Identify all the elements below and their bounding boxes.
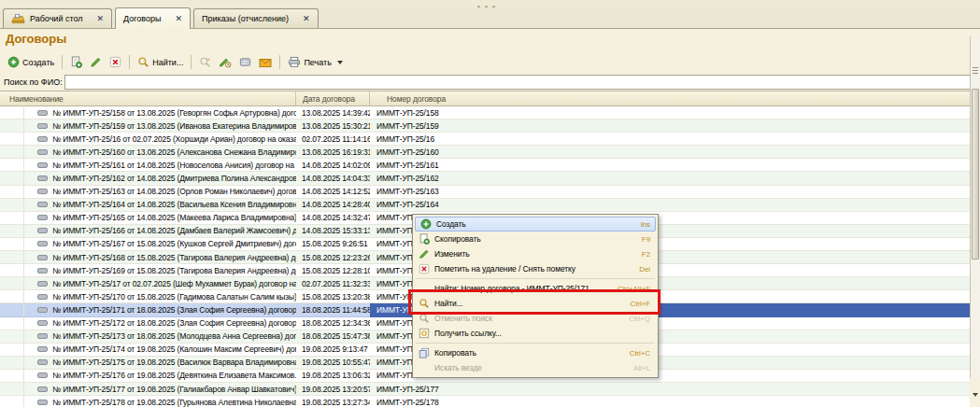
tree-guide-line <box>23 105 24 407</box>
output-list-button[interactable] <box>235 53 255 71</box>
document-icon <box>37 333 48 339</box>
contract-date-cell: 15.08.2025 12:23:26 <box>296 251 370 264</box>
contracts-panel: Договоры Создать Найти... <box>0 29 980 407</box>
document-icon <box>37 268 48 274</box>
column-header-name[interactable]: Наименование <box>0 91 296 105</box>
table-row[interactable]: № ИММТ-УП-25/160 от 13.08.2025 (Алексано… <box>0 146 970 159</box>
edit-button[interactable] <box>86 53 106 71</box>
contract-name-cell: № ИММТ-УП-25/171 от 18.08.2025 (Злая Соф… <box>0 303 296 316</box>
menu-item-label: Копировать <box>434 348 476 358</box>
search-input[interactable] <box>64 75 972 90</box>
contract-date-cell: 19.08.2025 13:27:34 <box>296 396 370 407</box>
close-icon[interactable]: ✕ <box>176 15 183 23</box>
delete-icon <box>416 263 432 274</box>
tab-label: Приказы (отчисление) <box>202 14 289 23</box>
scrollbar-thumb[interactable] <box>972 89 979 260</box>
splitter-grip-icon[interactable] <box>973 67 978 76</box>
search-row: Поиск по ФИО: <box>4 75 63 90</box>
table-row[interactable]: № ИММТ-УП-25/159 от 13.08.2025 (Иванова … <box>0 119 970 133</box>
column-header-date[interactable]: Дата договора <box>296 91 370 105</box>
menu-item-shortcut: F9 <box>634 235 650 244</box>
table-row[interactable]: № ИММТ-УП-25/163 от 14.08.2025 (Орлов Ро… <box>0 186 970 199</box>
table-row[interactable]: № ИММТ-УП-25/177 от 19.08.2025 (Галиакба… <box>0 383 970 396</box>
menu-item-copy[interactable]: КопироватьCtrl+C <box>413 345 658 360</box>
copy-item-button[interactable] <box>66 53 86 71</box>
page-title: Договоры <box>6 32 66 46</box>
document-icon <box>37 320 48 326</box>
table-row[interactable]: № ИММТ-УП-25/158 от 13.08.2025 (Геворгян… <box>0 106 970 119</box>
contract-name-cell: № ИММТ-УП-25/178 от 19.08.2025 (Гурьянов… <box>0 396 296 407</box>
contract-date-cell: 15.08.2025 12:28:10 <box>296 264 370 277</box>
menu-item-mark-delete[interactable]: Пометить на удаление / Снять пометкуDel <box>413 261 658 276</box>
close-icon[interactable]: ✕ <box>303 15 310 23</box>
contract-date-cell: 18.08.2025 12:34:36 <box>296 317 370 330</box>
contract-name-cell: № ИММТ-УП-25/158 от 13.08.2025 (Геворгян… <box>0 106 296 119</box>
menu-item-shortcut: F2 <box>634 250 650 259</box>
menu-item-create[interactable]: СоздатьIns <box>415 217 656 232</box>
create-icon <box>7 56 20 68</box>
scroll-down-arrow-icon[interactable] <box>973 393 978 397</box>
tab-contracts[interactable]: Договоры ✕ <box>115 7 191 29</box>
contract-date-cell: 19.08.2025 13:20:57 <box>296 383 370 396</box>
contract-number-cell: ИММТ-УП-25/178 <box>370 396 970 407</box>
contract-date-cell: 13.08.2025 15:30:21 <box>296 119 370 133</box>
contract-date-cell: 14.08.2025 15:33:13 <box>296 225 370 238</box>
contract-name-cell: № ИММТ-УП-25/162 от 14.08.2025 (Дмитриев… <box>0 172 296 185</box>
table-row[interactable]: № ИММТ-УП-25/178 от 19.08.2025 (Гурьянов… <box>0 396 970 407</box>
menu-item-shortcut: Del <box>632 265 650 274</box>
close-icon[interactable]: ✕ <box>97 15 105 23</box>
document-icon <box>37 241 48 246</box>
document-icon <box>37 255 48 260</box>
document-icon <box>37 307 48 313</box>
table-row[interactable]: № ИММТ-УП-25/161 от 14.08.2025 (Новосело… <box>0 159 970 172</box>
send-mail-button[interactable] <box>255 54 276 71</box>
menu-item-get-link[interactable]: Получить ссылку... <box>413 326 658 341</box>
contract-name-cell: № ИММТ-УП-25/170 от 15.08.2025 (Гадимова… <box>0 290 296 303</box>
contract-date-cell: 14.08.2025 14:02:09 <box>296 159 370 172</box>
contract-name-cell: № ИММТ-УП-25/167 от 15.08.2025 (Кушков С… <box>0 238 296 251</box>
tab-orders[interactable]: Приказы (отчисление) ✕ <box>193 8 319 28</box>
menu-item-search-everywhere: Искать вездеAlt+L <box>413 360 658 375</box>
cancel-search-button[interactable] <box>195 53 215 71</box>
menu-item-edit[interactable]: ИзменитьF2 <box>413 246 658 261</box>
mark-deletion-button[interactable] <box>106 53 125 71</box>
menu-item-shortcut: Ctrl+C <box>622 349 650 358</box>
chevron-down-icon <box>337 61 343 64</box>
date-interval-icon <box>219 56 232 68</box>
contract-number-cell: ИММТ-УП-25/158 <box>370 106 970 119</box>
print-button[interactable]: Печать <box>284 53 346 71</box>
create-button[interactable]: Создать <box>4 53 58 71</box>
contract-date-cell: 14.08.2025 14:12:52 <box>296 186 370 199</box>
menu-item-label: Создать <box>436 219 466 229</box>
contract-number-cell: ИММТ-УП-25/163 <box>370 186 970 199</box>
contract-date-cell: 13.08.2025 16:19:31 <box>296 146 370 159</box>
contract-date-cell: 19.08.2025 10:55:47 <box>296 357 370 370</box>
document-icon <box>37 149 48 155</box>
contract-name-cell: № ИММТ-УП-25/172 от 18.08.2025 (Злая Соф… <box>0 317 296 330</box>
vertical-scrollbar <box>970 36 980 378</box>
tab-bar: Рабочий стол ✕ Договоры ✕ Приказы (отчис… <box>0 7 980 29</box>
toolbar-separator <box>191 55 192 69</box>
contract-name-cell: № ИММТ-УП-25/176 от 19.08.2025 (Девяткин… <box>0 370 296 383</box>
document-icon <box>37 202 48 207</box>
menu-item-copy-new[interactable]: СкопироватьF9 <box>413 232 658 246</box>
edit-icon <box>90 56 102 68</box>
date-interval-button[interactable] <box>215 53 235 71</box>
contract-number-cell: ИММТ-УП-25/164 <box>370 199 970 212</box>
menu-separator <box>416 343 655 344</box>
column-header-number[interactable]: Номер договора <box>370 91 970 105</box>
find-button[interactable]: Найти... <box>134 53 187 71</box>
tab-desktop[interactable]: Рабочий стол ✕ <box>3 8 112 28</box>
contract-date-cell: 18.08.2025 11:44:58 <box>296 303 370 316</box>
table-row[interactable]: № ИММТ-УП-25/16 от 02.07.2025 (Хоршиди А… <box>0 133 970 146</box>
contract-name-cell: № ИММТ-УП-25/17 от 02.07.2025 (Шеф Мухам… <box>0 277 296 290</box>
table-row[interactable]: № ИММТ-УП-25/162 от 14.08.2025 (Дмитриев… <box>0 172 970 185</box>
create-button-label: Создать <box>22 58 54 67</box>
contract-date-cell: 18.08.2025 15:47:38 <box>296 330 370 344</box>
window-top-band <box>0 0 980 7</box>
table-row[interactable]: № ИММТ-УП-25/164 от 14.08.2025 (Васильев… <box>0 199 970 212</box>
mail-icon <box>259 57 272 68</box>
document-icon <box>37 294 48 300</box>
menu-item-label: Изменить <box>434 249 470 259</box>
clipboard-icon <box>416 347 432 358</box>
